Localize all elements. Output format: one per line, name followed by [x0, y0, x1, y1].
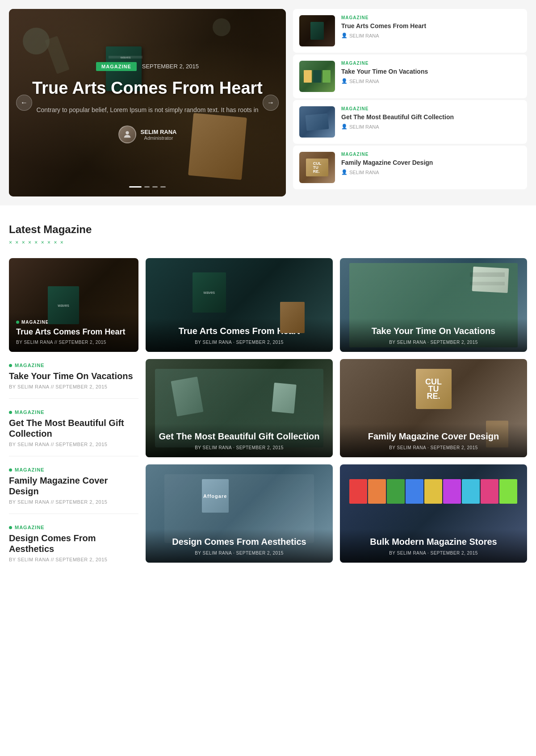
thumb-inner-1	[299, 15, 335, 46]
hero-author-role: Administrator	[141, 135, 177, 141]
list-title-3[interactable]: Family Magazine Cover Design	[9, 475, 138, 497]
mid-card-3[interactable]: Affogare Design Comes From Aesthetics BY…	[146, 464, 333, 563]
hero-next-button[interactable]: →	[263, 95, 279, 111]
latest-section: Latest Magazine × × × × × × × × × waves …	[0, 205, 536, 580]
list-title-1[interactable]: Take Your Time On Vacations	[9, 371, 138, 381]
left-column: waves MAGAZINE True Arts Comes From Hear…	[9, 258, 138, 571]
person-icon-2	[341, 78, 348, 84]
person-icon-1	[341, 33, 348, 38]
thumb-inner-2	[299, 61, 335, 92]
sidebar-card-2[interactable]: MAGAZINE Take Your Time On Vacations SEL…	[293, 54, 527, 98]
right-card-1-overlay: Take Your Time On Vacations BY SELIM RAN…	[340, 318, 527, 352]
list-title-4[interactable]: Design Comes From Aesthetics	[9, 533, 138, 554]
sep-3: //	[51, 499, 54, 505]
right-card-1-meta: BY SELIM RANA · SEPTEMBER 2, 2015	[347, 340, 520, 345]
cat-label-li4: MAGAZINE	[15, 525, 45, 530]
featured-left-card[interactable]: waves MAGAZINE True Arts Comes From Hear…	[9, 258, 138, 352]
mid-card-2[interactable]: Get The Most Beautiful Gift Collection B…	[146, 359, 333, 457]
cat-label-li3: MAGAZINE	[15, 467, 45, 472]
mid-card-1[interactable]: waves True Arts Comes From Heart BY SELI…	[146, 258, 333, 352]
hero-main: waves MAGAZINE SEPTEMBER 2, 2015 True Ar…	[9, 9, 286, 196]
list-title-2[interactable]: Get The Most Beautiful Gift Collection	[9, 418, 138, 439]
by-4: BY	[9, 557, 16, 562]
sidebar-card-3[interactable]: MAGAZINE Get The Most Beautiful Gift Col…	[293, 100, 527, 144]
mid-card-3-author: SELIM RANA	[203, 551, 232, 556]
sep-1: //	[51, 384, 54, 389]
sidebar-info-3: MAGAZINE Get The Most Beautiful Gift Col…	[341, 106, 454, 129]
by-1: BY	[9, 384, 16, 389]
right-card-3-author: SELIM RANA	[397, 551, 426, 556]
green-dot	[16, 321, 19, 324]
right-card-2-title: Family Magazine Cover Design	[347, 431, 520, 442]
green-dot-li1	[9, 364, 12, 367]
right-card-2-meta: BY SELIM RANA · SEPTEMBER 2, 2015	[347, 445, 520, 450]
hero-badge-row: MAGAZINE SEPTEMBER 2, 2015	[96, 62, 199, 71]
svg-point-0	[126, 131, 129, 134]
cat-row-3: MAGAZINE	[9, 467, 138, 472]
sep-4: //	[51, 557, 54, 562]
author-1: SELIM RANA	[17, 384, 49, 389]
magazine-grid: waves MAGAZINE True Arts Comes From Hear…	[9, 258, 527, 571]
sidebar-category-2: MAGAZINE	[341, 61, 428, 66]
list-meta-1: BY SELIM RANA // SEPTEMBER 2, 2015	[9, 384, 138, 389]
right-card-3-date: SEPTEMBER 2, 2015	[430, 551, 477, 556]
green-dot-li2	[9, 411, 12, 414]
hero-dot-2[interactable]	[144, 186, 150, 188]
thumb-inner-4: CULTURE.	[299, 152, 335, 183]
date-3: SEPTEMBER 2, 2015	[55, 499, 107, 505]
sidebar-thumb-3	[299, 106, 335, 138]
right-card-3-meta: BY SELIM RANA · SEPTEMBER 2, 2015	[347, 551, 520, 556]
sidebar-info-2: MAGAZINE Take Your Time On Vacations SEL…	[341, 61, 428, 84]
list-meta-4: BY SELIM RANA // SEPTEMBER 2, 2015	[9, 557, 138, 562]
cat-label-li1: MAGAZINE	[15, 363, 45, 368]
mid-card-3-overlay: Design Comes From Aesthetics BY SELIM RA…	[146, 529, 333, 563]
hero-prev-button[interactable]: ←	[16, 95, 32, 111]
mid-card-2-meta: BY SELIM RANA · SEPTEMBER 2, 2015	[153, 445, 326, 450]
author-3: SELIM RANA	[17, 499, 49, 505]
featured-left-author: SELIM RANA	[24, 340, 53, 345]
by-label: BY	[16, 340, 22, 345]
divider-decoration: × × × × × × × × ×	[9, 239, 64, 246]
hero-author-name: SELIM RANA	[141, 129, 177, 135]
hero-category-badge: MAGAZINE	[96, 62, 137, 71]
list-meta-3: BY SELIM RANA // SEPTEMBER 2, 2015	[9, 499, 138, 505]
right-card-1[interactable]: Take Your Time On Vacations BY SELIM RAN…	[340, 258, 527, 352]
hero-date: SEPTEMBER 2, 2015	[142, 63, 199, 70]
date-2: SEPTEMBER 2, 2015	[55, 442, 107, 447]
hero-author: SELIM RANA Administrator	[118, 125, 177, 143]
mid-card-2-author: SELIM RANA	[203, 445, 232, 450]
section-title: Latest Magazine	[9, 223, 527, 236]
hero-section: waves MAGAZINE SEPTEMBER 2, 2015 True Ar…	[0, 0, 536, 205]
sidebar-info-1: MAGAZINE True Arts Comes From Heart SELI…	[341, 15, 426, 38]
sidebar-title-2: Take Your Time On Vacations	[341, 67, 428, 75]
mid-card-2-title: Get The Most Beautiful Gift Collection	[153, 431, 326, 442]
sidebar-category-4: MAGAZINE	[341, 152, 433, 157]
right-column: Take Your Time On Vacations BY SELIM RAN…	[340, 258, 527, 571]
right-card-3[interactable]: Bulk Modern Magazine Stores BY SELIM RAN…	[340, 464, 527, 563]
right-card-2-overlay: Family Magazine Cover Design BY SELIM RA…	[340, 424, 527, 457]
sidebar-author-name-4: SELIM RANA	[349, 170, 379, 175]
sidebar-thumb-1	[299, 15, 335, 46]
hero-sidebar: MAGAZINE True Arts Comes From Heart SELI…	[293, 9, 527, 196]
hero-dot-1[interactable]	[129, 186, 142, 188]
mid-card-1-author: SELIM RANA	[203, 340, 232, 345]
sidebar-author-name-1: SELIM RANA	[349, 33, 379, 38]
by-2: BY	[9, 442, 16, 447]
sidebar-title-4: Family Magazine Cover Design	[341, 159, 433, 167]
middle-column: waves True Arts Comes From Heart BY SELI…	[146, 258, 333, 571]
thumb-inner-3	[299, 106, 335, 138]
cat-row-4: MAGAZINE	[9, 525, 138, 530]
right-card-1-title: Take Your Time On Vacations	[347, 326, 520, 336]
sidebar-author-2: SELIM RANA	[341, 78, 428, 84]
sidebar-card-1[interactable]: MAGAZINE True Arts Comes From Heart SELI…	[293, 9, 527, 53]
hero-dot-3[interactable]	[152, 186, 158, 188]
right-card-2[interactable]: CULTURE. Family Magazine Cover Design BY…	[340, 359, 527, 457]
hero-dot-4[interactable]	[160, 186, 166, 188]
featured-left-title: True Arts Comes From Heart	[16, 327, 131, 337]
sidebar-thumb-2	[299, 61, 335, 92]
item-cat-label: MAGAZINE	[21, 320, 49, 325]
sidebar-card-4[interactable]: CULTURE. MAGAZINE Family Magazine Cover …	[293, 146, 527, 189]
person-icon-3	[341, 124, 348, 129]
author-2: SELIM RANA	[17, 442, 49, 447]
mid-card-2-date: SEPTEMBER 2, 2015	[236, 445, 283, 450]
